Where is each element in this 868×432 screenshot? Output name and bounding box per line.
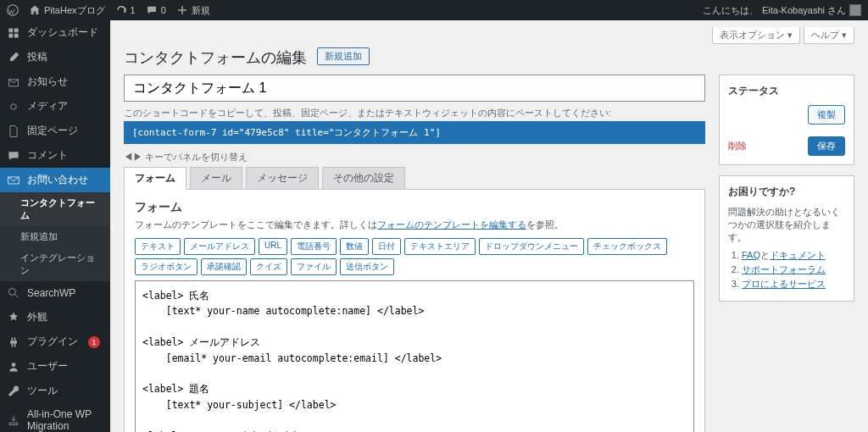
svg-point-3 <box>12 363 16 367</box>
tag-button[interactable]: クイズ <box>250 258 287 275</box>
tag-button[interactable]: 日付 <box>372 238 401 255</box>
tag-button[interactable]: URL <box>259 238 287 255</box>
panel-title: フォーム <box>135 200 694 215</box>
help-link-docs[interactable]: ドキュメント <box>770 250 826 260</box>
status-box: ステータス 複製 削除 保存 <box>719 75 854 165</box>
page-title: コンタクトフォームの編集 <box>124 47 307 68</box>
menu-posts[interactable]: 投稿 <box>0 45 110 69</box>
tab-form[interactable]: フォーム <box>124 167 186 190</box>
tag-generator-buttons: テキストメールアドレスURL電話番号数値日付テキストエリアドロップダウンメニュー… <box>135 238 694 275</box>
tag-button[interactable]: 承諾確認 <box>201 258 247 275</box>
menu-comments[interactable]: コメント <box>0 143 110 168</box>
screen-options-button[interactable]: 表示オプション ▾ <box>712 27 800 44</box>
tag-button[interactable]: 数値 <box>340 238 369 255</box>
tab-other[interactable]: その他の設定 <box>322 167 405 190</box>
status-title: ステータス <box>728 84 845 98</box>
tag-button[interactable]: テキスト <box>135 238 181 255</box>
menu-dashboard[interactable]: ダッシュボード <box>0 20 110 45</box>
menu-contact[interactable]: お問い合わせ <box>0 168 110 192</box>
comments-count[interactable]: 0 <box>146 4 166 16</box>
menu-pages[interactable]: 固定ページ <box>0 119 110 143</box>
delete-button[interactable]: 削除 <box>728 140 747 152</box>
my-account[interactable]: こんにちは、Eita-Kobayashi さん <box>703 4 861 17</box>
tag-button[interactable]: ラジオボタン <box>135 258 198 275</box>
tag-button[interactable]: 電話番号 <box>291 238 337 255</box>
shortcode-display[interactable]: [contact-form-7 id="479e5c8" title="コンタク… <box>124 121 705 144</box>
tag-button[interactable]: メールアドレス <box>184 238 255 255</box>
editor-tabs: フォーム メール メッセージ その他の設定 <box>124 167 705 190</box>
help-button[interactable]: ヘルプ ▾ <box>804 27 854 44</box>
panel-desc: フォームのテンプレートをここで編集できます。詳しくはフォームのテンプレートを編集… <box>135 219 694 231</box>
menu-plugins[interactable]: プラグイン1 <box>0 330 110 354</box>
help-title: お困りですか? <box>728 185 845 199</box>
panel-toggle-note: ◀▶ キーでパネルを切り替え <box>124 151 705 163</box>
tab-mail[interactable]: メール <box>190 167 242 190</box>
new-content[interactable]: 新規 <box>176 4 210 17</box>
form-body-textarea[interactable] <box>135 280 694 432</box>
shortcode-hint: このショートコードをコピーして、投稿、固定ページ、またはテキストウィジェットの内… <box>124 107 705 119</box>
help-links: FAQとドキュメント サポートフォーラム プロによるサービス <box>728 249 845 291</box>
site-name[interactable]: PitaHexブログ <box>29 4 105 17</box>
svg-point-1 <box>11 103 16 108</box>
form-panel: フォーム フォームのテンプレートをここで編集できます。詳しくはフォームのテンプレ… <box>124 189 705 432</box>
plugins-badge: 1 <box>88 336 100 348</box>
help-desc: 問題解決の助けとなるいくつかの選択肢を紹介します。 <box>728 206 845 244</box>
help-link-faq[interactable]: FAQ <box>742 250 760 260</box>
avatar-icon <box>849 4 861 16</box>
svg-point-2 <box>8 288 15 295</box>
help-link-support[interactable]: サポートフォーラム <box>742 264 826 274</box>
content: 表示オプション ▾ ヘルプ ▾ コンタクトフォームの編集 新規追加 このショート… <box>110 20 868 432</box>
admin-menu: ダッシュボード 投稿 お知らせ メディア 固定ページ コメント お問い合わせ コ… <box>0 20 110 432</box>
tag-button[interactable]: 送信ボタン <box>340 258 394 275</box>
add-new-button[interactable]: 新規追加 <box>317 47 370 65</box>
form-title-input[interactable] <box>124 75 705 102</box>
submenu-integration[interactable]: インテグレーション <box>0 247 110 281</box>
submenu-forms[interactable]: コンタクトフォーム <box>0 192 110 226</box>
menu-tools[interactable]: ツール <box>0 379 110 403</box>
submenu-contact: コンタクトフォーム 新規追加 インテグレーション <box>0 192 110 281</box>
tag-button[interactable]: ファイル <box>291 258 337 275</box>
tag-button[interactable]: テキストエリア <box>404 238 476 255</box>
tab-messages[interactable]: メッセージ <box>246 167 319 190</box>
template-help-link[interactable]: フォームのテンプレートを編集する <box>377 219 526 230</box>
menu-users[interactable]: ユーザー <box>0 354 110 379</box>
help-box: お困りですか? 問題解決の助けとなるいくつかの選択肢を紹介します。 FAQとドキ… <box>719 175 854 302</box>
save-button[interactable]: 保存 <box>808 136 845 156</box>
admin-bar: PitaHexブログ 1 0 新規 こんにちは、Eita-Kobayashi さ… <box>0 0 868 20</box>
menu-searchwp[interactable]: SearchWP <box>0 281 110 305</box>
updates[interactable]: 1 <box>115 4 136 16</box>
duplicate-button[interactable]: 複製 <box>808 105 845 125</box>
tag-button[interactable]: チェックボックス <box>587 238 667 255</box>
menu-appearance[interactable]: 外観 <box>0 305 110 330</box>
menu-news[interactable]: お知らせ <box>0 69 110 94</box>
tag-button[interactable]: ドロップダウンメニュー <box>479 238 584 255</box>
menu-aio[interactable]: All-in-One WP Migration <box>0 403 110 432</box>
help-link-pro[interactable]: プロによるサービス <box>742 279 826 289</box>
submenu-addnew[interactable]: 新規追加 <box>0 226 110 247</box>
wp-logo[interactable] <box>7 4 19 16</box>
menu-media[interactable]: メディア <box>0 94 110 119</box>
